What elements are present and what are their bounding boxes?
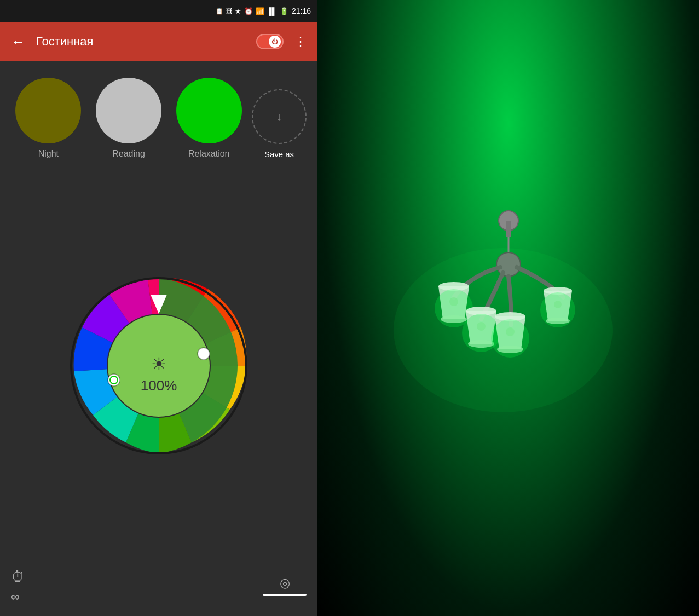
preset-night-circle xyxy=(15,78,81,143)
bottom-right-controls: ◎ xyxy=(263,576,307,596)
wifi-icon: 📶 xyxy=(256,7,264,15)
app-bar: ← Гостинная ⏻ ⋮ xyxy=(0,22,317,61)
save-down-arrow: ↓ xyxy=(276,111,282,123)
preset-save-label: Save as xyxy=(264,149,294,159)
color-wheel-svg[interactable]: ☀ 100% xyxy=(66,273,252,459)
more-button[interactable]: ⋮ xyxy=(292,32,309,51)
brightness-icon[interactable]: ◎ xyxy=(280,576,290,590)
svg-point-5 xyxy=(198,348,210,360)
presets-section: Night Reading Relaxation ↓ Save as xyxy=(0,61,317,170)
preset-reading[interactable]: Reading xyxy=(91,78,166,159)
preset-save-circle: ↓ xyxy=(252,89,307,144)
alarm-icon: ⏰ xyxy=(244,7,253,15)
preset-reading-label: Reading xyxy=(112,149,145,159)
svg-text:☀: ☀ xyxy=(151,354,167,374)
status-time: 21:16 xyxy=(292,7,311,15)
bottom-bar: ⏱ ∞ ◎ xyxy=(0,561,317,616)
brightness-slider[interactable] xyxy=(263,594,307,596)
preset-relaxation-circle xyxy=(176,78,242,143)
preset-save[interactable]: ↓ Save as xyxy=(252,89,307,159)
lamp-area xyxy=(394,188,623,407)
power-toggle[interactable]: ⏻ xyxy=(256,34,284,49)
battery-icon: 🔋 xyxy=(280,7,288,15)
preset-relaxation[interactable]: Relaxation xyxy=(171,78,246,159)
status-icons: 📋 🖼 ★ ⏰ 📶 ▐▌ 🔋 xyxy=(216,7,288,15)
svg-text:100%: 100% xyxy=(141,377,177,394)
bottom-left-controls: ⏱ ∞ xyxy=(11,568,25,604)
color-wheel-container[interactable]: ☀ 100% xyxy=(66,273,252,459)
preset-night-label: Night xyxy=(38,149,59,159)
preset-night[interactable]: Night xyxy=(11,78,86,159)
power-knob: ⏻ xyxy=(269,36,281,48)
notification-icon: 📋 xyxy=(216,8,223,15)
signal-icon: ▐▌ xyxy=(267,7,277,15)
infinity-icon: ∞ xyxy=(11,590,25,604)
preset-relaxation-label: Relaxation xyxy=(188,149,230,159)
svg-rect-10 xyxy=(506,221,511,237)
photo-icon: 🖼 xyxy=(226,8,232,14)
lamp-svg xyxy=(394,188,623,418)
status-bar: 📋 🖼 ★ ⏰ 📶 ▐▌ 🔋 21:16 xyxy=(0,0,317,22)
svg-point-29 xyxy=(394,248,613,412)
left-panel: 📋 🖼 ★ ⏰ 📶 ▐▌ 🔋 21:16 ← Гостинная ⏻ ⋮ Nig… xyxy=(0,0,317,616)
preset-reading-circle xyxy=(96,78,161,143)
bluetooth-icon: ★ xyxy=(235,7,241,15)
back-button[interactable]: ← xyxy=(9,31,27,53)
right-panel xyxy=(317,0,699,616)
clock-icon[interactable]: ⏱ xyxy=(11,568,25,585)
app-title: Гостинная xyxy=(36,34,247,49)
color-wheel-section: ☀ 100% xyxy=(0,170,317,561)
